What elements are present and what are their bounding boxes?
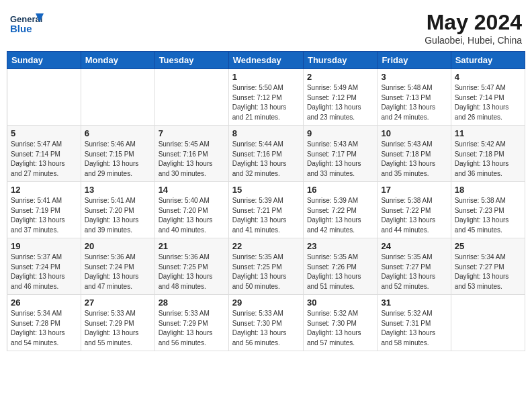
calendar-cell: 3Sunrise: 5:48 AM Sunset: 7:13 PM Daylig… <box>378 69 451 126</box>
day-number: 20 <box>85 241 151 251</box>
weekday-header: Sunday <box>7 52 81 69</box>
day-number: 7 <box>159 128 225 138</box>
svg-text:Blue: Blue <box>10 23 32 34</box>
day-number: 11 <box>455 128 521 138</box>
day-info: Sunrise: 5:49 AM Sunset: 7:12 PM Dayligh… <box>307 83 373 122</box>
calendar-cell: 20Sunrise: 5:36 AM Sunset: 7:24 PM Dayli… <box>81 238 154 295</box>
day-number: 15 <box>232 185 300 195</box>
weekday-header-row: SundayMondayTuesdayWednesdayThursdayFrid… <box>7 52 525 69</box>
weekday-header: Friday <box>378 52 451 69</box>
calendar-week-row: 26Sunrise: 5:34 AM Sunset: 7:28 PM Dayli… <box>7 295 525 351</box>
calendar-cell <box>7 69 81 126</box>
day-number: 25 <box>455 241 521 251</box>
day-info: Sunrise: 5:37 AM Sunset: 7:24 PM Dayligh… <box>11 253 77 291</box>
day-number: 9 <box>307 128 373 138</box>
day-info: Sunrise: 5:36 AM Sunset: 7:25 PM Dayligh… <box>159 253 225 291</box>
day-info: Sunrise: 5:43 AM Sunset: 7:17 PM Dayligh… <box>307 140 373 179</box>
day-info: Sunrise: 5:38 AM Sunset: 7:22 PM Dayligh… <box>381 196 447 235</box>
day-number: 18 <box>455 185 521 195</box>
calendar-cell: 29Sunrise: 5:33 AM Sunset: 7:30 PM Dayli… <box>228 295 303 351</box>
day-info: Sunrise: 5:39 AM Sunset: 7:22 PM Dayligh… <box>307 196 373 235</box>
day-number: 30 <box>307 298 373 308</box>
day-number: 21 <box>159 241 225 251</box>
day-info: Sunrise: 5:43 AM Sunset: 7:18 PM Dayligh… <box>381 140 447 179</box>
day-info: Sunrise: 5:35 AM Sunset: 7:25 PM Dayligh… <box>232 253 300 291</box>
day-info: Sunrise: 5:48 AM Sunset: 7:13 PM Dayligh… <box>381 83 447 122</box>
day-info: Sunrise: 5:33 AM Sunset: 7:30 PM Dayligh… <box>232 309 300 348</box>
calendar-week-row: 5Sunrise: 5:47 AM Sunset: 7:14 PM Daylig… <box>7 126 525 182</box>
calendar-cell: 18Sunrise: 5:38 AM Sunset: 7:23 PM Dayli… <box>451 182 525 238</box>
calendar-cell: 10Sunrise: 5:43 AM Sunset: 7:18 PM Dayli… <box>378 126 451 182</box>
day-info: Sunrise: 5:32 AM Sunset: 7:30 PM Dayligh… <box>307 309 373 348</box>
weekday-header: Thursday <box>303 52 377 69</box>
day-info: Sunrise: 5:47 AM Sunset: 7:14 PM Dayligh… <box>11 140 77 179</box>
calendar-week-row: 12Sunrise: 5:41 AM Sunset: 7:19 PM Dayli… <box>7 182 525 238</box>
day-number: 27 <box>85 298 151 308</box>
day-info: Sunrise: 5:35 AM Sunset: 7:27 PM Dayligh… <box>381 253 447 291</box>
weekday-header: Saturday <box>451 52 525 69</box>
calendar-cell: 7Sunrise: 5:45 AM Sunset: 7:16 PM Daylig… <box>154 126 228 182</box>
calendar-cell: 19Sunrise: 5:37 AM Sunset: 7:24 PM Dayli… <box>7 238 81 295</box>
day-number: 13 <box>85 185 151 195</box>
calendar-table: SundayMondayTuesdayWednesdayThursdayFrid… <box>7 51 525 351</box>
calendar-cell: 30Sunrise: 5:32 AM Sunset: 7:30 PM Dayli… <box>303 295 377 351</box>
day-info: Sunrise: 5:47 AM Sunset: 7:14 PM Dayligh… <box>455 83 521 122</box>
calendar-cell: 14Sunrise: 5:40 AM Sunset: 7:20 PM Dayli… <box>154 182 228 238</box>
day-number: 24 <box>381 241 447 251</box>
day-info: Sunrise: 5:41 AM Sunset: 7:19 PM Dayligh… <box>11 196 77 235</box>
day-info: Sunrise: 5:32 AM Sunset: 7:31 PM Dayligh… <box>381 309 447 348</box>
day-number: 16 <box>307 185 373 195</box>
day-number: 6 <box>85 128 151 138</box>
logo-icon: General Blue <box>10 10 44 37</box>
weekday-header: Tuesday <box>154 52 228 69</box>
calendar-cell: 13Sunrise: 5:41 AM Sunset: 7:20 PM Dayli… <box>81 182 154 238</box>
day-info: Sunrise: 5:33 AM Sunset: 7:29 PM Dayligh… <box>85 309 151 348</box>
calendar-cell: 11Sunrise: 5:42 AM Sunset: 7:18 PM Dayli… <box>451 126 525 182</box>
calendar-cell: 6Sunrise: 5:46 AM Sunset: 7:15 PM Daylig… <box>81 126 154 182</box>
day-number: 4 <box>455 72 521 82</box>
calendar-cell: 2Sunrise: 5:49 AM Sunset: 7:12 PM Daylig… <box>303 69 377 126</box>
day-number: 28 <box>159 298 225 308</box>
page-header: General Blue May 2024 Gulaobei, Hubei, C… <box>7 7 525 46</box>
calendar-week-row: 1Sunrise: 5:50 AM Sunset: 7:12 PM Daylig… <box>7 69 525 126</box>
day-number: 23 <box>307 241 373 251</box>
calendar-cell <box>154 69 228 126</box>
day-number: 8 <box>232 128 300 138</box>
day-number: 22 <box>232 241 300 251</box>
day-info: Sunrise: 5:38 AM Sunset: 7:23 PM Dayligh… <box>455 196 521 235</box>
day-info: Sunrise: 5:36 AM Sunset: 7:24 PM Dayligh… <box>85 253 151 291</box>
day-number: 1 <box>232 72 300 82</box>
weekday-header: Monday <box>81 52 154 69</box>
day-info: Sunrise: 5:50 AM Sunset: 7:12 PM Dayligh… <box>232 83 300 122</box>
calendar-cell: 4Sunrise: 5:47 AM Sunset: 7:14 PM Daylig… <box>451 69 525 126</box>
location-subtitle: Gulaobei, Hubei, China <box>425 35 522 46</box>
day-number: 14 <box>159 185 225 195</box>
day-info: Sunrise: 5:39 AM Sunset: 7:21 PM Dayligh… <box>232 196 300 235</box>
calendar-cell: 21Sunrise: 5:36 AM Sunset: 7:25 PM Dayli… <box>154 238 228 295</box>
calendar-cell: 24Sunrise: 5:35 AM Sunset: 7:27 PM Dayli… <box>378 238 451 295</box>
day-number: 12 <box>11 185 77 195</box>
day-number: 2 <box>307 72 373 82</box>
title-block: May 2024 Gulaobei, Hubei, China <box>425 10 522 46</box>
calendar-cell: 17Sunrise: 5:38 AM Sunset: 7:22 PM Dayli… <box>378 182 451 238</box>
calendar-cell <box>81 69 154 126</box>
calendar-cell: 27Sunrise: 5:33 AM Sunset: 7:29 PM Dayli… <box>81 295 154 351</box>
day-info: Sunrise: 5:34 AM Sunset: 7:27 PM Dayligh… <box>455 253 521 291</box>
day-number: 26 <box>11 298 77 308</box>
calendar-cell: 31Sunrise: 5:32 AM Sunset: 7:31 PM Dayli… <box>378 295 451 351</box>
day-number: 10 <box>381 128 447 138</box>
day-number: 31 <box>381 298 447 308</box>
day-info: Sunrise: 5:33 AM Sunset: 7:29 PM Dayligh… <box>159 309 225 348</box>
calendar-cell: 16Sunrise: 5:39 AM Sunset: 7:22 PM Dayli… <box>303 182 377 238</box>
day-info: Sunrise: 5:35 AM Sunset: 7:26 PM Dayligh… <box>307 253 373 291</box>
calendar-cell: 5Sunrise: 5:47 AM Sunset: 7:14 PM Daylig… <box>7 126 81 182</box>
calendar-cell: 23Sunrise: 5:35 AM Sunset: 7:26 PM Dayli… <box>303 238 377 295</box>
calendar-cell: 9Sunrise: 5:43 AM Sunset: 7:17 PM Daylig… <box>303 126 377 182</box>
day-number: 17 <box>381 185 447 195</box>
day-info: Sunrise: 5:46 AM Sunset: 7:15 PM Dayligh… <box>85 140 151 179</box>
calendar-cell <box>451 295 525 351</box>
calendar-cell: 26Sunrise: 5:34 AM Sunset: 7:28 PM Dayli… <box>7 295 81 351</box>
calendar-cell: 25Sunrise: 5:34 AM Sunset: 7:27 PM Dayli… <box>451 238 525 295</box>
calendar-cell: 28Sunrise: 5:33 AM Sunset: 7:29 PM Dayli… <box>154 295 228 351</box>
day-number: 3 <box>381 72 447 82</box>
